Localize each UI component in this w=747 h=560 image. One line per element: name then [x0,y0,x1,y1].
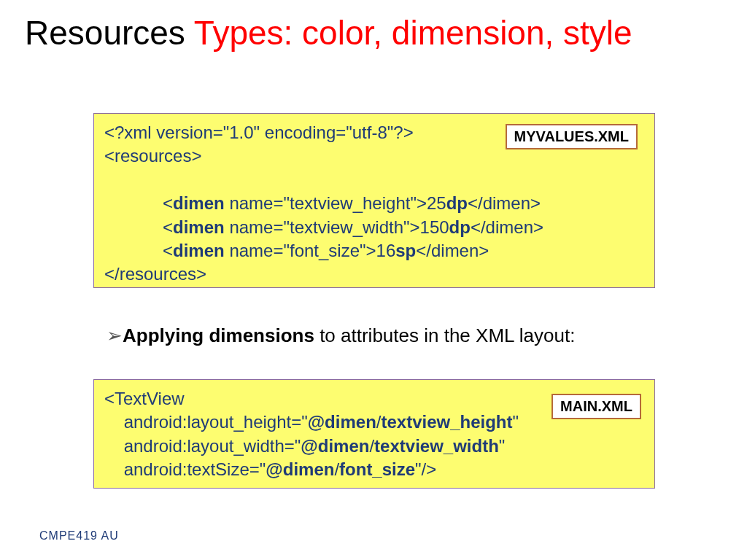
slide-title: Resources Types: color, dimension, style [25,15,632,52]
filename-badge-main: MAIN.XML [551,394,641,419]
code-line: <dimen name="font_size">16sp</dimen> [104,239,644,262]
title-black: Resources [25,14,194,52]
code-line: <dimen name="textview_width">150dp</dime… [104,216,644,239]
title-red: Types: color, dimension, style [194,14,632,52]
bullet-bold: Applying dimensions [123,324,314,346]
code-line: android:textSize="@dimen/font_size"/> [104,458,644,481]
code-line [104,168,644,192]
code-line: </resources> [104,262,644,286]
code-line: <dimen name="textview_height">25dp</dime… [104,192,644,215]
chevron-icon: ➢ [107,324,123,347]
slide: Resources Types: color, dimension, style… [0,0,747,560]
bullet-rest: to attributes in the XML layout: [314,324,575,346]
code-line: android:layout_width="@dimen/textview_wi… [104,435,644,458]
footer-course-code: CMPE419 AU [39,529,119,542]
bullet-applying-dimensions: ➢ Applying dimensions to attributes in t… [107,324,575,347]
filename-badge-myvalues: MYVALUES.XML [506,124,638,149]
